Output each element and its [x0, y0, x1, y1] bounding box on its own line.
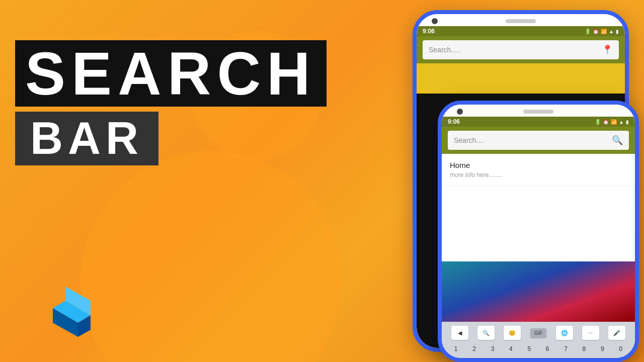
- key-3[interactable]: 3: [485, 343, 500, 355]
- location-icon: 📍: [602, 44, 613, 55]
- key-emoji[interactable]: 😊: [504, 326, 521, 340]
- magnify-icon: 🔍: [612, 135, 623, 146]
- key-translate[interactable]: 🌐: [556, 326, 573, 340]
- key-gif[interactable]: GIF: [530, 328, 547, 338]
- battery-icon: 🔋: [585, 29, 591, 34]
- phone-front-colorful-bottom: [442, 261, 635, 322]
- signal-icon: ▲: [609, 29, 614, 34]
- keyboard[interactable]: ◀ 🔍 😊 GIF 🌐 ··· 🎤 1 2 3 4 5 6 7 8 9 0: [442, 322, 635, 358]
- phone-front-icons: 🔋 ⏰ 📶 ▲ ▮: [595, 119, 629, 125]
- wifi-icon: 📶: [601, 29, 607, 34]
- list-item-sub: more info here........: [450, 171, 627, 178]
- key-search[interactable]: 🔍: [477, 326, 495, 340]
- key-7[interactable]: 7: [558, 343, 574, 355]
- keyboard-top-row: ◀ 🔍 😊 GIF 🌐 ··· 🎤: [447, 326, 630, 340]
- title-bar: BAR: [15, 112, 158, 165]
- phone-back-status-bar: 9:06 🔋 ⏰ 📶 ▲ ▮: [417, 26, 625, 36]
- battery3-icon: ▮: [626, 119, 629, 125]
- key-0[interactable]: 0: [613, 343, 628, 355]
- key-4[interactable]: 4: [503, 343, 518, 355]
- phone-front-camera: [457, 109, 463, 115]
- phone-front-time: 9:06: [448, 118, 460, 125]
- phone-back-appbar: Search..... 📍: [417, 36, 625, 63]
- phone-back-search-text: Search.....: [429, 46, 461, 54]
- phone-back-yellow: [417, 63, 625, 94]
- background: SEARCH BAR 9:06 🔋 ⏰ 📶 ▲: [0, 0, 644, 362]
- key-more[interactable]: ···: [582, 326, 599, 340]
- wifi-icon2: 📶: [611, 119, 617, 125]
- key-back[interactable]: ◀: [451, 326, 468, 340]
- phone-front-content: Home more info here........: [442, 154, 635, 261]
- phone-front-speaker: [523, 110, 553, 114]
- alarm-icon2: ⏰: [603, 119, 609, 125]
- phone-back-icons: 🔋 ⏰ 📶 ▲ ▮: [585, 29, 619, 34]
- phone-back-time: 9:06: [423, 28, 435, 35]
- keyboard-num-row: 1 2 3 4 5 6 7 8 9 0: [447, 343, 630, 355]
- list-item-title: Home: [450, 161, 627, 169]
- battery-icon2: 🔋: [595, 119, 601, 125]
- key-5[interactable]: 5: [522, 343, 537, 355]
- flutter-logo: [40, 287, 91, 342]
- signal-icon2: ▲: [619, 119, 624, 125]
- key-8[interactable]: 8: [577, 343, 592, 355]
- phone-back-searchbar[interactable]: Search..... 📍: [423, 40, 619, 59]
- key-6[interactable]: 6: [540, 343, 555, 355]
- phone-back-speaker: [506, 19, 536, 23]
- key-mic[interactable]: 🎤: [608, 326, 625, 340]
- key-9[interactable]: 9: [595, 343, 610, 355]
- phone-front: 9:06 🔋 ⏰ 📶 ▲ ▮ Search.... 🔍 Home more in…: [438, 101, 639, 362]
- decorative-circle-large: [80, 151, 342, 362]
- alarm-icon: ⏰: [593, 29, 599, 34]
- left-content: SEARCH BAR: [15, 40, 392, 165]
- key-2[interactable]: 2: [467, 343, 482, 355]
- phone-front-top: [442, 105, 635, 117]
- phone-back-top: [417, 14, 625, 26]
- key-1[interactable]: 1: [448, 343, 463, 355]
- phone-back-camera: [432, 18, 438, 24]
- phone-front-searchbar[interactable]: Search.... 🔍: [448, 131, 629, 150]
- title-search: SEARCH: [15, 40, 327, 107]
- phone-front-status-bar: 9:06 🔋 ⏰ 📶 ▲ ▮: [442, 117, 635, 127]
- phone-front-appbar: Search.... 🔍: [442, 127, 635, 154]
- phone-front-search-text: Search....: [454, 136, 484, 144]
- battery2-icon: ▮: [616, 29, 619, 34]
- list-item-home[interactable]: Home more info here........: [442, 154, 635, 186]
